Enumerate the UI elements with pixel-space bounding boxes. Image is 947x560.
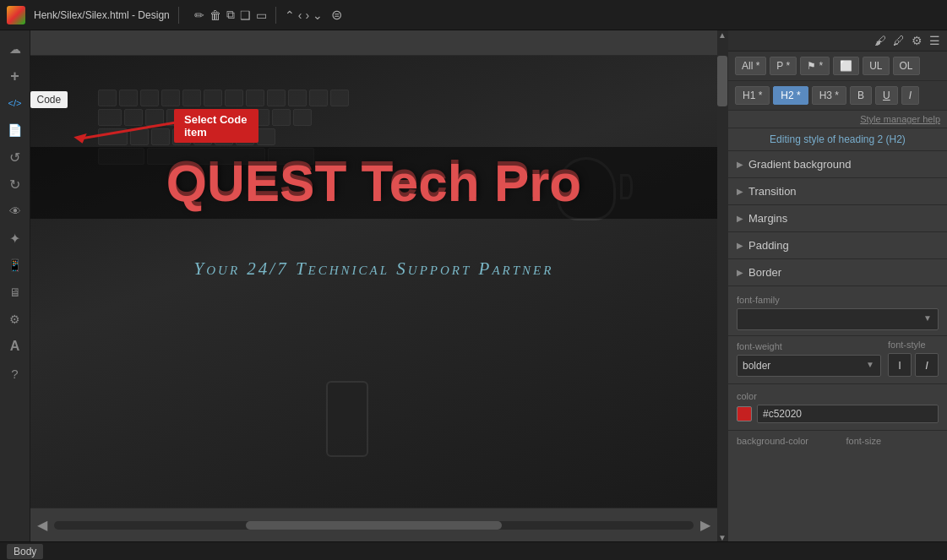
font-weight-select[interactable]: bolder bold normal lighter: [737, 355, 881, 377]
scroll-down-btn[interactable]: ▼: [717, 533, 727, 541]
style-manager-help-link[interactable]: Style manager help: [728, 111, 947, 128]
canvas-with-scroll: Select Code item QUEST Tech Pro QUEST Te…: [30, 30, 727, 541]
font-style-italic-btn[interactable]: I: [915, 353, 939, 377]
sidebar-icon-desktop[interactable]: 🖥: [3, 280, 27, 304]
tag-ol[interactable]: OL: [893, 57, 920, 75]
scroll-left-icon[interactable]: ◀: [37, 517, 47, 533]
hero-title-overlay: QUEST Tech Pro: [166, 153, 582, 213]
background-color-col: background-color: [728, 431, 838, 454]
sidebar-icon-page[interactable]: 📄: [3, 118, 27, 142]
tag-p[interactable]: P *: [770, 57, 797, 75]
hero-subtitle: Your 24/7 Technical Support Partner: [30, 258, 717, 280]
svg-marker-1: [73, 133, 89, 145]
paint-icon[interactable]: 🖊: [893, 34, 905, 47]
sidebar-icon-settings[interactable]: ⚙: [3, 307, 27, 331]
app-logo-icon: [7, 6, 25, 24]
paste-icon[interactable]: ❑: [240, 8, 251, 22]
sidebar-icon-mobile[interactable]: 📱: [3, 253, 27, 277]
section-gradient-label: Gradient background: [748, 158, 851, 171]
canvas-inner: Select Code item QUEST Tech Pro QUEST Te…: [30, 30, 727, 541]
scroll-thumb-v: [717, 56, 727, 106]
chevron-border-icon: ▶: [737, 268, 743, 277]
body-label[interactable]: Body: [7, 544, 43, 559]
toolbar-separator: [178, 7, 179, 24]
edit-icon[interactable]: ✏: [194, 8, 204, 22]
font-style-label: font-style: [888, 340, 939, 350]
sidebar-icon-add[interactable]: +: [3, 64, 27, 88]
brush-icon[interactable]: 🖌: [874, 34, 886, 47]
tag-all[interactable]: All *: [735, 57, 766, 75]
font-size-label: font-size: [846, 436, 939, 446]
font-style-normal-btn[interactable]: I: [888, 353, 912, 377]
section-gradient-bg[interactable]: ▶ Gradient background: [728, 151, 947, 178]
scroll-right-icon[interactable]: ▶: [700, 517, 710, 533]
tag-u[interactable]: U: [875, 86, 898, 105]
right-panel: 🖌 🖊 ⚙ ☰ All * P * ⚑ * ⬜ UL OL H1 * H2 * …: [727, 30, 947, 541]
section-margins-label: Margins: [748, 212, 787, 225]
color-section: color: [728, 384, 947, 431]
toolbar-separator-2: [275, 7, 276, 24]
section-transition-label: Transition: [748, 185, 797, 198]
duplicate-icon[interactable]: ⧉: [226, 8, 235, 22]
editing-label: Editing style of heading 2 (H2): [728, 128, 947, 151]
tag-ul[interactable]: UL: [863, 57, 889, 75]
sidebar-icon-preview[interactable]: 👁: [3, 199, 27, 223]
tag-i[interactable]: I: [901, 86, 919, 105]
section-padding[interactable]: ▶ Padding: [728, 232, 947, 259]
bg-color-label: background-color: [737, 436, 830, 446]
frame-icon[interactable]: ▭: [256, 8, 267, 22]
toolbar-actions: ✏ 🗑 ⧉ ❑ ▭: [194, 8, 267, 22]
code-tooltip: Code: [30, 91, 68, 108]
sidebar-icon-code[interactable]: </> Code: [3, 91, 27, 115]
canvas-content: Select Code item QUEST Tech Pro QUEST Te…: [30, 56, 717, 508]
style-tags-row1: All * P * ⚑ * ⬜ UL OL: [728, 52, 947, 81]
subtitle-text: Your 24/7 Technical Support Partner: [194, 258, 554, 279]
section-padding-label: Padding: [748, 239, 789, 252]
sidebar-icon-text[interactable]: A: [3, 334, 27, 358]
sidebar-icon-help[interactable]: ?: [3, 362, 27, 385]
style-tags-row2: H1 * H2 * H3 * B U I: [728, 81, 947, 111]
color-row: [737, 405, 939, 423]
font-family-select[interactable]: [737, 308, 939, 330]
tag-h1[interactable]: H1 *: [735, 86, 770, 105]
canvas-bottom-strip: ◀ ▶: [30, 508, 717, 541]
canvas-scrollbar[interactable]: ▲ ▼: [717, 30, 727, 541]
color-swatch[interactable]: [737, 406, 752, 421]
nav-left-icon[interactable]: ‹: [298, 8, 302, 22]
select-code-annotation: Select Code item: [56, 105, 259, 150]
font-size-col: font-size: [838, 431, 948, 454]
tag-h2[interactable]: H2 *: [773, 86, 808, 105]
chevron-gradient-icon: ▶: [737, 160, 743, 169]
tag-box[interactable]: ⬜: [833, 57, 859, 75]
right-panel-toolbar: 🖌 🖊 ⚙ ☰: [728, 30, 947, 52]
section-transition[interactable]: ▶ Transition: [728, 178, 947, 205]
font-family-section: font-family ▼: [728, 286, 947, 336]
color-label: color: [737, 391, 939, 401]
footer-bar: Body: [0, 541, 947, 560]
tag-flag[interactable]: ⚑ *: [800, 57, 830, 75]
top-toolbar: Henk/Silex/Silex.html - Design ✏ 🗑 ⧉ ❑ ▭…: [0, 0, 947, 30]
nav-right-icon[interactable]: ›: [305, 8, 309, 22]
tag-b[interactable]: B: [850, 86, 872, 105]
bottom-props: background-color font-size: [728, 431, 947, 461]
lock-icon[interactable]: ⊜: [331, 7, 342, 23]
delete-icon[interactable]: 🗑: [210, 8, 221, 22]
chevron-padding-icon: ▶: [737, 241, 743, 250]
left-sidebar: ☁ + </> Code 📄 ↺ ↻ 👁 ✦ 📱 🖥 ⚙ A ?: [0, 30, 30, 541]
scroll-up-btn[interactable]: ▲: [717, 30, 727, 39]
sidebar-icon-undo[interactable]: ↺: [3, 145, 27, 169]
sidebar-icon-redo[interactable]: ↻: [3, 172, 27, 196]
sidebar-icon-select[interactable]: ✦: [3, 226, 27, 250]
tag-h3[interactable]: H3 *: [812, 86, 846, 105]
horizontal-scrollbar[interactable]: [54, 521, 694, 530]
section-margins[interactable]: ▶ Margins: [728, 205, 947, 232]
nav-down-icon[interactable]: ⌄: [313, 8, 323, 22]
nav-up-icon[interactable]: ⌃: [285, 8, 295, 22]
color-input[interactable]: [757, 405, 939, 423]
sidebar-icon-cloud[interactable]: ☁: [3, 37, 27, 61]
gear-icon[interactable]: ⚙: [912, 34, 923, 47]
font-weight-label: font-weight: [737, 341, 881, 351]
section-border[interactable]: ▶ Border: [728, 259, 947, 286]
canvas-top-strip: [30, 30, 717, 56]
list-icon[interactable]: ☰: [929, 34, 940, 47]
